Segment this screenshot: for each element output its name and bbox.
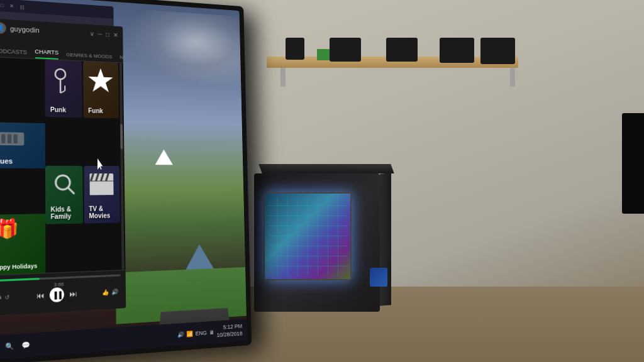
music-minimize-btn[interactable]: ─ [97, 30, 102, 37]
clouds [125, 9, 242, 86]
svg-rect-2 [1, 134, 5, 143]
punk-label: Punk [50, 106, 66, 114]
language-indicator: ENG [196, 329, 207, 336]
taskbar-icons: ⊞ 🔍 💬 [0, 329, 175, 354]
tv-movies-genre-card[interactable]: TV & Movies [84, 166, 120, 224]
titlebar-buttons: ─ □ ✕ [97, 30, 118, 38]
funk-label: Funk [88, 107, 103, 114]
svg-rect-4 [13, 134, 17, 144]
volume-icon[interactable]: 🔊 [111, 288, 118, 295]
shelf-item-5 [480, 38, 515, 64]
blues-label: Blues [0, 157, 13, 165]
prev-button[interactable]: ⏮ [36, 291, 45, 300]
browser-bars-icon: ||| [20, 4, 25, 9]
thumbs-up-icon[interactable]: 👍 [102, 289, 109, 296]
chevron-down-icon[interactable]: ∨ [90, 30, 94, 36]
monitor-screen: ─ □ ✕ ||| ▽ ≡ 👤 guygodin ∨ ─ □ ✕ [0, 0, 247, 360]
pc-tower-body [254, 173, 380, 312]
network-icon[interactable]: 📶 [187, 331, 193, 337]
mountain-snow [155, 150, 173, 165]
monitor-frame: ─ □ ✕ ||| ▽ ≡ 👤 guygodin ∨ ─ □ ✕ [0, 0, 252, 362]
shelf-item-4 [440, 38, 474, 63]
scrollbar-thumb[interactable] [120, 124, 123, 150]
tv-frame [622, 113, 644, 214]
pc-side-screen [370, 268, 387, 287]
punk-genre-card[interactable]: Punk [45, 60, 82, 118]
svg-line-11 [68, 187, 74, 193]
music-app-window[interactable]: 👤 guygodin ∨ ─ □ ✕ PODCASTS CHARTS GENRE… [0, 18, 126, 316]
safety-pin-icon [50, 66, 76, 99]
date: 10/28/2018 [216, 330, 242, 339]
kids-genre-card[interactable]: Kids & Family [45, 166, 83, 224]
blues-genre-card[interactable]: Blues [0, 122, 45, 168]
music-maximize-btn[interactable]: □ [106, 31, 109, 38]
taskbar-icon-3[interactable]: 💬 [19, 339, 31, 352]
svg-point-5 [55, 69, 65, 80]
progress-bar-fill [0, 278, 40, 282]
shelf-item-green [317, 49, 330, 60]
right-controls: 👍 🔊 [102, 288, 118, 296]
funk-genre-card[interactable]: Funk [83, 62, 119, 119]
taskbar-right: 🔊 📶 ENG 🖥 5:12 PM 10/28/2018 [177, 323, 242, 342]
playback-bar: 3:66 ⇄ ↺ ⏮ ▐▐ ⏭ 👍 [0, 270, 126, 316]
browser-close-btn[interactable]: ✕ [8, 3, 15, 9]
shelf-item-3 [386, 38, 418, 62]
gift-icon: 🎁 [0, 217, 19, 240]
user-avatar: 👤 [0, 22, 6, 34]
shelf-item-1 [286, 38, 304, 60]
genre-grid: Punk Funk Kids & Fa [45, 60, 120, 273]
svg-marker-9 [88, 68, 113, 92]
clapperboard-icon [89, 172, 115, 195]
music-close-btn[interactable]: ✕ [113, 31, 118, 38]
pc-tower [254, 173, 380, 312]
taskbar-time: 5:12 PM 10/28/2018 [216, 323, 242, 339]
shelf-support-left [280, 68, 286, 87]
shuffle-icon[interactable]: ⇄ [0, 294, 2, 301]
volume-controls: ⇄ ↺ [0, 293, 10, 301]
nav-podcasts[interactable]: PODCASTS [0, 48, 27, 58]
nav-charts[interactable]: CHARTS [35, 48, 58, 60]
pc-tower-top [258, 164, 394, 173]
holiday-label: Happy Holidays [0, 263, 37, 271]
holiday-genre-card[interactable]: 🎁 Happy Holidays [0, 214, 45, 275]
repeat-icon[interactable]: ↺ [4, 293, 10, 300]
browser-maximize-btn[interactable]: □ [0, 2, 6, 9]
transport-controls: ⏮ ▐▐ ⏭ [36, 287, 77, 303]
pc-circuit-pattern [268, 197, 347, 276]
kids-label: Kids & Family [50, 206, 82, 220]
next-button[interactable]: ⏭ [69, 289, 77, 299]
magnifier-icon [52, 172, 75, 195]
pc-rgb-window [264, 192, 352, 280]
shelf-support-right [510, 68, 515, 87]
display-icon[interactable]: 🖥 [209, 329, 214, 336]
star-icon [87, 67, 114, 95]
play-button[interactable]: ▐▐ [50, 287, 64, 302]
volume-indicator[interactable]: 🔊 [177, 331, 184, 337]
svg-rect-12 [90, 180, 114, 195]
harmonica-icon [0, 129, 25, 149]
tv-movies-label: TV & Movies [89, 205, 119, 219]
svg-rect-3 [8, 134, 11, 144]
taskbar-icon-2[interactable]: 🔍 [3, 340, 16, 353]
music-username: guygodin [10, 25, 86, 36]
shelf-item-2 [330, 38, 361, 62]
